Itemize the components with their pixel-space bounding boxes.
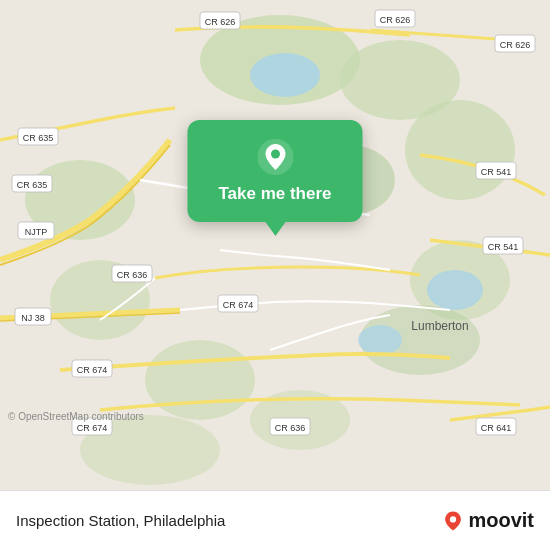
bottom-bar: Inspection Station, Philadelphia moovit [0, 490, 550, 550]
svg-text:CR 641: CR 641 [481, 423, 512, 433]
svg-text:CR 635: CR 635 [17, 180, 48, 190]
svg-point-50 [450, 516, 456, 522]
svg-point-3 [405, 100, 515, 200]
svg-text:Lumberton: Lumberton [411, 319, 468, 333]
svg-text:CR 541: CR 541 [481, 167, 512, 177]
svg-text:CR 635: CR 635 [23, 133, 54, 143]
map-attribution: © OpenStreetMap contributors [8, 411, 144, 422]
svg-point-49 [271, 150, 280, 159]
svg-point-9 [145, 340, 255, 420]
svg-text:CR 636: CR 636 [275, 423, 306, 433]
svg-text:CR 541: CR 541 [488, 242, 519, 252]
svg-text:NJ 38: NJ 38 [21, 313, 45, 323]
svg-point-13 [427, 270, 483, 310]
tooltip-label: Take me there [218, 184, 331, 204]
svg-text:NJTP: NJTP [25, 227, 48, 237]
svg-text:CR 674: CR 674 [77, 365, 108, 375]
svg-point-12 [250, 53, 320, 97]
svg-text:CR 626: CR 626 [500, 40, 531, 50]
location-pin-icon [256, 138, 294, 176]
take-me-there-button[interactable]: Take me there [188, 120, 363, 222]
svg-text:CR 636: CR 636 [117, 270, 148, 280]
svg-text:CR 626: CR 626 [205, 17, 236, 27]
svg-text:CR 674: CR 674 [223, 300, 254, 310]
moovit-text: moovit [468, 509, 534, 532]
moovit-icon [442, 510, 464, 532]
svg-text:CR 674: CR 674 [77, 423, 108, 433]
svg-text:CR 626: CR 626 [380, 15, 411, 25]
svg-point-14 [358, 325, 402, 355]
map-container: CR 635 CR 635 CR 626 CR 626 CR 626 NJTP … [0, 0, 550, 490]
place-name: Inspection Station, Philadelphia [16, 512, 225, 529]
moovit-logo: moovit [442, 509, 534, 532]
